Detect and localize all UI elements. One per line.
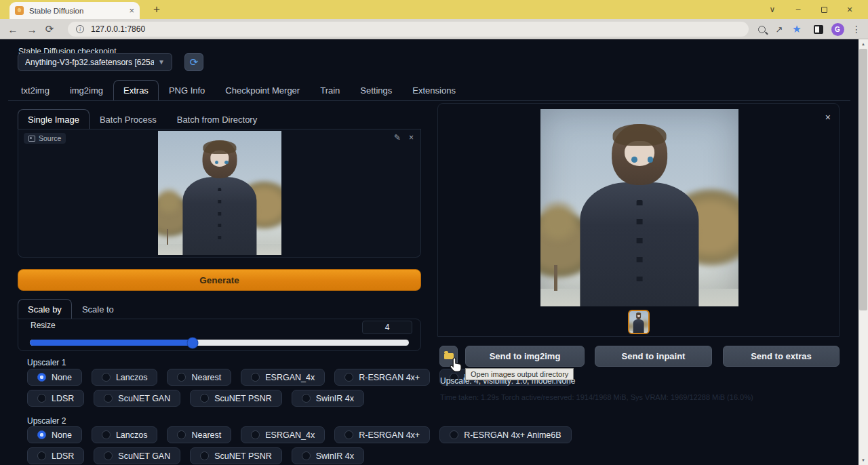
send-to-img2img-button[interactable]: Send to img2img [465,346,585,367]
back-icon[interactable]: ← [5,22,20,37]
upscaler2-option-r-esrgan-4x[interactable]: R-ESRGAN 4x+ [334,426,430,443]
slider-handle[interactable] [188,338,198,348]
edit-pencil-icon[interactable]: ✎ [394,133,401,142]
bookmark-star-icon[interactable]: ★ [789,22,804,37]
tab-extensions[interactable]: Extensions [402,80,466,100]
upscaler2-option-esrgan-4x[interactable]: ESRGAN_4x [241,426,325,443]
scale-tab-bar: Scale by Scale to [18,300,124,319]
upscaler1-option-scunet-gan[interactable]: ScuNET GAN [94,390,180,407]
upscaler2-option-swinir-4x[interactable]: SwinIR 4x [292,447,364,464]
option-label: LDSR [52,451,74,461]
scrollbar-down-icon[interactable]: ▼ [859,456,868,465]
browser-tab-active[interactable]: Stable Diffusion × [9,2,140,19]
upscaler1-option-esrgan-4x[interactable]: ESRGAN_4x [241,369,325,386]
zoom-icon[interactable] [754,22,769,37]
option-label: ScuNET GAN [118,451,170,461]
tab-batch-from-directory[interactable]: Batch from Directory [167,109,267,129]
upscaler2-option-scunet-gan[interactable]: ScuNET GAN [94,447,180,464]
upscaler2-row1: None Lanczos Nearest ESRGAN_4x R-ESRGAN … [27,426,572,443]
result-image[interactable] [540,109,738,306]
radio-icon [104,394,113,403]
tooltip-open-output-directory: Open images output directory [465,368,574,380]
menu-kebab-icon[interactable]: ⋮ [849,22,864,37]
new-tab-button[interactable]: + [149,2,164,17]
gallery-thumbnail[interactable] [628,310,650,334]
resize-slider[interactable] [30,340,409,346]
radio-icon [344,373,353,382]
site-info-icon[interactable]: i [76,25,84,33]
radio-icon [37,394,46,403]
source-image[interactable] [158,131,281,255]
option-label: ScuNET GAN [118,394,170,403]
upscaler1-option-scunet-psnr[interactable]: ScuNET PSNR [190,390,282,407]
resize-value-input[interactable]: 4 [362,321,412,334]
image-icon [28,136,35,142]
tab-single-image[interactable]: Single Image [18,109,90,129]
upscaler2-option-nearest[interactable]: Nearest [167,426,231,443]
window-menu-icon[interactable]: ∨ [760,0,785,19]
window-minimize-icon[interactable]: – [785,0,811,19]
tab-close-icon[interactable]: × [129,6,134,15]
upscaler1-row2: LDSR ScuNET GAN ScuNET PSNR SwinIR 4x [27,390,364,407]
radio-icon [344,430,353,439]
tab-extras[interactable]: Extras [113,80,159,100]
forward-icon[interactable]: → [24,22,39,37]
radio-icon [177,373,186,382]
upscaler2-option-none[interactable]: None [27,426,82,443]
checkpoint-value: Anything-V3-fp32.safetensors [625a2ba2] [25,58,154,67]
tab-settings[interactable]: Settings [350,80,402,100]
upscaler1-option-lanczos[interactable]: Lanczos [92,369,158,386]
upscaler2-option-ldsr[interactable]: LDSR [27,447,84,464]
side-panel-icon[interactable] [811,22,826,37]
tab-img2img[interactable]: img2img [60,80,113,100]
send-to-extras-button[interactable]: Send to extras [723,346,840,367]
gallery-thumbnail-strip [438,307,839,337]
profile-avatar[interactable]: G [830,22,845,37]
source-image-dropzone[interactable]: Source ✎ × [18,129,421,258]
option-label: R-ESRGAN 4x+ [359,373,420,382]
window-restore-icon[interactable] [811,0,837,19]
reload-icon[interactable]: ⟳ [42,22,57,37]
tab-checkpoint-merger[interactable]: Checkpoint Merger [215,80,310,100]
upscaler2-option-scunet-psnr[interactable]: ScuNET PSNR [190,447,282,464]
upscaler1-option-ldsr[interactable]: LDSR [27,390,84,407]
refresh-checkpoints-button[interactable]: ⟳ [184,53,203,71]
page-scrollbar[interactable]: ▲ ▼ [859,39,868,465]
radio-icon [200,394,209,403]
tab-png-info[interactable]: PNG Info [159,80,215,100]
tab-scale-to[interactable]: Scale to [72,299,124,319]
scrollbar-thumb[interactable] [859,49,867,310]
radio-checked-icon [37,373,46,382]
checkpoint-dropdown[interactable]: Anything-V3-fp32.safetensors [625a2ba2] … [18,53,172,71]
upscaler1-option-r-esrgan-4x[interactable]: R-ESRGAN 4x+ [334,369,430,386]
tab-txt2img[interactable]: txt2img [11,80,60,100]
option-label: ESRGAN_4x [265,430,315,440]
generate-button[interactable]: Generate [18,269,421,291]
upscaler1-option-nearest[interactable]: Nearest [167,369,231,386]
tab-train[interactable]: Train [310,80,350,100]
radio-icon [104,451,113,460]
clear-image-icon[interactable]: × [409,133,414,142]
gallery-close-icon[interactable]: × [825,112,831,123]
scrollbar-up-icon[interactable]: ▲ [859,39,868,49]
upscaler1-option-none[interactable]: None [27,369,82,386]
address-bar[interactable]: i 127.0.0.1:7860 [68,22,749,37]
option-label: Nearest [191,430,221,440]
window-close-icon[interactable]: × [837,0,863,19]
url-text: 127.0.0.1:7860 [91,24,145,34]
share-icon[interactable]: ↗ [772,22,787,37]
send-to-inpaint-button[interactable]: Send to inpaint [595,346,712,367]
tab-scale-by[interactable]: Scale by [18,299,72,319]
upscaler2-option-r-esrgan-anime6b[interactable]: R-ESRGAN 4x+ Anime6B [439,426,571,443]
upscaler2-option-lanczos[interactable]: Lanczos [92,426,158,443]
option-label: Nearest [191,373,221,382]
radio-icon [302,451,311,460]
upscaler1-option-swinir-4x[interactable]: SwinIR 4x [292,390,364,407]
source-chip-label: Source [39,134,61,142]
option-label: ScuNET PSNR [214,394,272,403]
source-chip: Source [24,133,66,144]
option-label: R-ESRGAN 4x+ [359,430,420,440]
radio-icon [251,430,260,439]
tab-divider [8,100,850,101]
tab-batch-process[interactable]: Batch Process [90,109,167,129]
